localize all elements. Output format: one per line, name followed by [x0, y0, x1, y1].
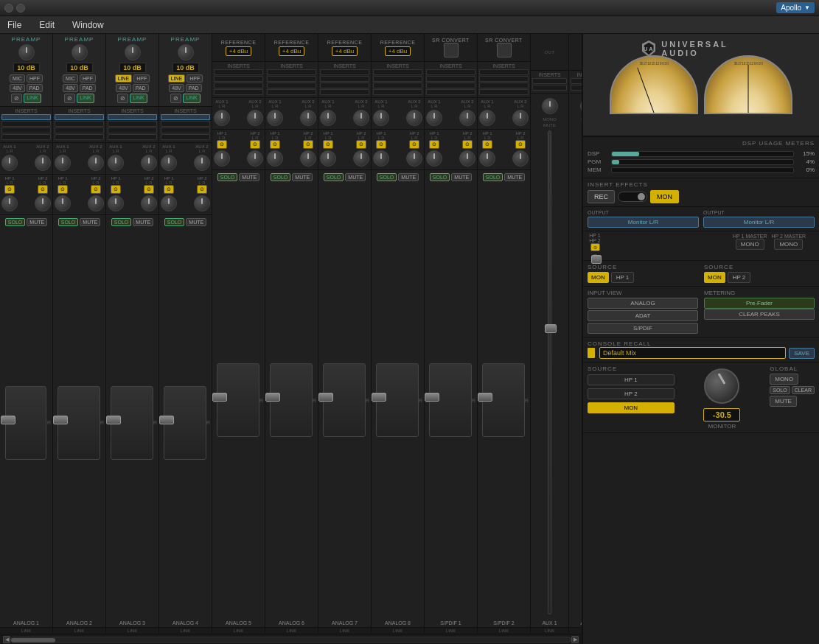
solo-btn-4[interactable]: SOLO: [164, 218, 184, 226]
link-strip-1[interactable]: LINK: [0, 627, 52, 634]
insert-slot-4a[interactable]: [161, 114, 210, 120]
insert-slot-2c[interactable]: [55, 127, 104, 133]
phase-btn-3[interactable]: ⊘: [117, 94, 128, 103]
mute-btn-spdif1[interactable]: MUTE: [451, 173, 472, 181]
hp2-knob-4[interactable]: [194, 195, 210, 211]
link-strip-aux1[interactable]: LINK: [531, 627, 568, 634]
link-strip-aux2[interactable]: LINK: [569, 627, 582, 634]
minimize-button[interactable]: [16, 4, 25, 13]
aux1-knob-8[interactable]: [373, 110, 389, 126]
global-mute-btn[interactable]: MUTE: [770, 396, 797, 407]
monitor-knob[interactable]: [704, 368, 739, 404]
link-strip-7[interactable]: LINK: [318, 627, 371, 634]
hp2-knob-6[interactable]: [300, 150, 316, 167]
hp2-knob-5[interactable]: [247, 150, 263, 167]
phase-btn-1[interactable]: ⊘: [11, 94, 22, 103]
pad-btn-2[interactable]: PAD: [80, 84, 96, 92]
source-global-mon[interactable]: MON: [588, 402, 675, 413]
hp2-active-1[interactable]: ⊙: [38, 185, 48, 194]
hp1-knob-7[interactable]: [320, 150, 336, 167]
hp2-active-3[interactable]: ⊙: [144, 185, 154, 194]
hp2-knob-7[interactable]: [353, 150, 369, 167]
mute-btn-1[interactable]: MUTE: [27, 218, 47, 226]
hp1-active-4[interactable]: ⊙: [164, 185, 174, 194]
v48-btn-1[interactable]: 48V: [10, 84, 24, 92]
aux1-knob-1[interactable]: [1, 155, 18, 171]
mute-btn-2[interactable]: MUTE: [80, 218, 100, 226]
global-solo-btn[interactable]: SOLO: [770, 386, 790, 394]
gain-knob-4[interactable]: [178, 44, 194, 60]
solo-btn-2[interactable]: SOLO: [58, 218, 78, 226]
hp1-knob-4[interactable]: [161, 195, 177, 211]
output-btn-2[interactable]: Monitor L/R: [703, 217, 815, 228]
insert-effects-toggle[interactable]: [618, 192, 647, 202]
spdif-view-btn[interactable]: S/PDIF: [588, 323, 698, 334]
insert-slot-3c[interactable]: [108, 127, 157, 133]
hp1-mono-btn[interactable]: MONO: [736, 239, 764, 250]
insert-slot-2b[interactable]: [55, 121, 104, 127]
aux2-knob-3[interactable]: [141, 155, 157, 171]
rec-button[interactable]: REC: [588, 190, 615, 203]
phase-btn-2[interactable]: ⊘: [64, 94, 75, 103]
fader-handle-6[interactable]: [265, 393, 280, 402]
output-btn-1[interactable]: Monitor L/R: [588, 217, 699, 228]
sr-convert-btn-1[interactable]: [444, 43, 459, 57]
source-global-hp1[interactable]: HP 1: [588, 374, 675, 385]
save-button[interactable]: SAVE: [789, 348, 815, 359]
solo-btn-8[interactable]: SOLO: [377, 173, 397, 181]
insert-slot-1b[interactable]: [1, 121, 51, 127]
solo-btn-3[interactable]: SOLO: [111, 218, 131, 226]
link-strip-5[interactable]: LINK: [212, 627, 265, 634]
solo-btn-5[interactable]: SOLO: [217, 173, 237, 181]
window-menu[interactable]: Window: [69, 18, 107, 32]
mic-btn-1[interactable]: MIC: [10, 74, 25, 83]
aux2-knob-spdif1[interactable]: [459, 110, 475, 126]
aux2-knob-8[interactable]: [406, 110, 422, 126]
aux2-knob-6[interactable]: [300, 110, 316, 126]
edit-menu[interactable]: Edit: [36, 18, 57, 32]
link-strip-spdif1[interactable]: LINK: [425, 627, 477, 634]
mute-btn-spdif2[interactable]: MUTE: [504, 173, 525, 181]
mute-btn-6[interactable]: MUTE: [292, 173, 313, 181]
phase-btn-4[interactable]: ⊘: [170, 94, 181, 103]
gain-knob-1[interactable]: [18, 44, 35, 60]
link-strip-2[interactable]: LINK: [53, 627, 105, 634]
aux2-knob-5[interactable]: [247, 110, 263, 126]
source-hp1-btn[interactable]: HP 1: [611, 272, 635, 283]
insert-slot-5d[interactable]: [214, 89, 263, 95]
insert-slot-2d[interactable]: [55, 134, 104, 140]
file-menu[interactable]: File: [4, 18, 24, 32]
v48-btn-3[interactable]: 48V: [116, 84, 130, 92]
pad-btn-4[interactable]: PAD: [186, 84, 202, 92]
mon-button[interactable]: MON: [650, 190, 679, 203]
mute-btn-5[interactable]: MUTE: [239, 173, 259, 181]
hp1-active-5[interactable]: ⊙: [217, 140, 227, 149]
hp1-active-2[interactable]: ⊙: [57, 185, 68, 194]
aux1-knob-7[interactable]: [320, 110, 336, 126]
link-strip-4[interactable]: LINK: [159, 627, 212, 634]
recall-name-input[interactable]: [599, 347, 786, 359]
aux2-knob-2[interactable]: [88, 155, 104, 171]
source-mon2-btn[interactable]: MON: [704, 272, 725, 283]
aux1-knob-5[interactable]: [214, 110, 230, 126]
aux1-fader-handle[interactable]: [545, 324, 557, 333]
solo-btn-6[interactable]: SOLO: [271, 173, 290, 181]
mute-btn-4[interactable]: MUTE: [186, 218, 206, 226]
fader-handle-7[interactable]: [318, 393, 333, 402]
gain-knob-3[interactable]: [125, 44, 141, 60]
line-btn-3[interactable]: LINE: [115, 74, 133, 83]
solo-btn-7[interactable]: SOLO: [324, 173, 344, 181]
clear-peaks-btn[interactable]: CLEAR PEAKS: [704, 309, 815, 320]
line-btn-4[interactable]: LINE: [168, 74, 186, 83]
insert-slot-1c[interactable]: [1, 127, 51, 133]
insert-slot-4c[interactable]: [161, 127, 210, 133]
source-mon-btn[interactable]: MON: [588, 272, 609, 283]
scroll-thumb[interactable]: [11, 638, 55, 643]
fader-handle-3[interactable]: [106, 416, 121, 424]
v48-btn-2[interactable]: 48V: [63, 84, 77, 92]
aux1-knob-3[interactable]: [108, 155, 124, 171]
hp2-knob-8[interactable]: [406, 150, 422, 167]
aux1-level-knob[interactable]: [542, 98, 558, 114]
source-global-hp2[interactable]: HP 2: [588, 388, 675, 399]
solo-btn-spdif2[interactable]: SOLO: [483, 173, 503, 181]
